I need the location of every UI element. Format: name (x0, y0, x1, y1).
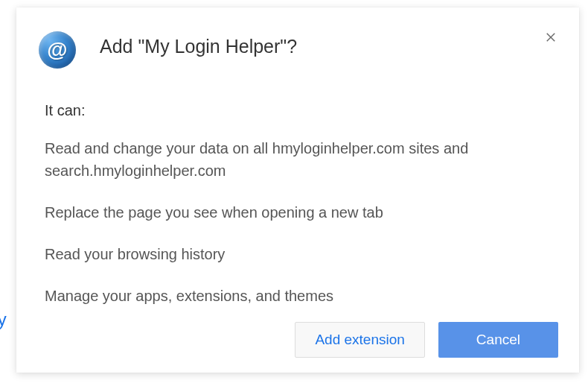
permission-item: Read your browsing history (45, 243, 551, 265)
background-link-fragment: ty (0, 309, 7, 330)
extension-icon: @ (39, 31, 76, 69)
add-extension-button[interactable]: Add extension (295, 322, 424, 358)
dialog-header: @ Add "My Login Helper"? (16, 7, 579, 69)
dialog-title: Add "My Login Helper"? (100, 36, 297, 57)
permission-item: Read and change your data on all hmylogi… (45, 137, 551, 182)
dialog-footer: Add extension Cancel (295, 322, 558, 358)
cancel-button[interactable]: Cancel (438, 322, 558, 358)
at-sign-icon: @ (47, 38, 67, 62)
permissions-intro: It can: (45, 102, 551, 119)
background-text-fragment: n (0, 201, 2, 253)
close-button[interactable] (543, 30, 558, 45)
permission-item: Replace the page you see when opening a … (45, 201, 551, 224)
permission-item: Manage your apps, extensions, and themes (45, 285, 551, 307)
dialog-body: It can: Read and change your data on all… (16, 69, 579, 307)
extension-install-dialog: @ Add "My Login Helper"? It can: Read an… (16, 7, 579, 373)
close-icon (544, 31, 557, 44)
